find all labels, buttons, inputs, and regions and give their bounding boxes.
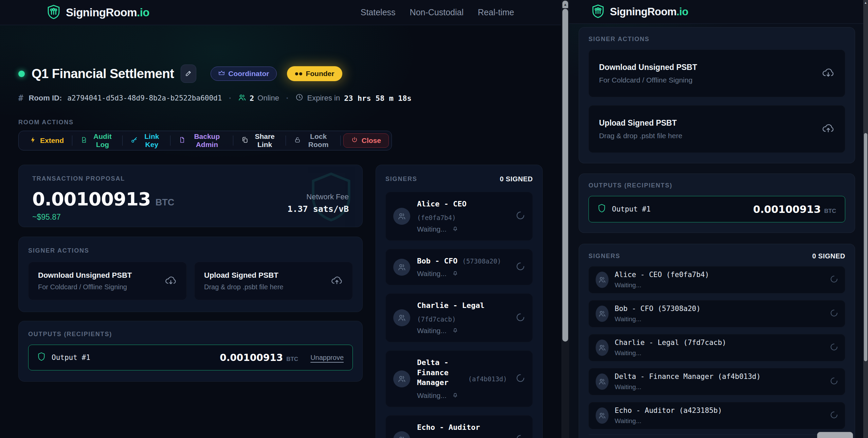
- output-amount: 0.00100913: [220, 352, 283, 363]
- link-key-button[interactable]: Link Key: [123, 131, 170, 150]
- avatar: [393, 370, 410, 387]
- spinner-icon: [830, 275, 838, 285]
- spinner-icon: [516, 262, 525, 272]
- bell-icon[interactable]: [452, 391, 458, 400]
- online-indicator: 2 Online: [238, 93, 279, 103]
- brand-logo[interactable]: SigningRoom.io: [592, 4, 688, 20]
- upload-psbt-title: Upload Signed PSBT: [599, 118, 682, 128]
- founder-badge: Founder: [287, 66, 342, 81]
- padlock-icon: [294, 136, 301, 145]
- live-status-dot: [18, 71, 25, 77]
- avatar: [596, 373, 609, 390]
- avatar: [596, 407, 609, 424]
- signer-row-delta: Delta - Finance Manager Waiting...: [385, 350, 533, 407]
- btc-amount: 0.00100913: [32, 188, 151, 210]
- spinner-icon: [830, 309, 838, 318]
- edit-title-button[interactable]: [181, 65, 196, 83]
- audit-log-button[interactable]: Audit Log: [72, 131, 122, 150]
- room-id-value: a2794041-d5d3-48d9-8b2a-b2522ba600d1: [67, 94, 222, 102]
- left-window-scrollbar[interactable]: ▲: [561, 0, 569, 438]
- nav-link-non-custodial[interactable]: Non-Custodial: [410, 7, 464, 17]
- outputs-label: OUTPUTS (RECIPIENTS): [589, 182, 845, 189]
- file-icon: [179, 136, 185, 145]
- online-label: Online: [257, 94, 279, 103]
- download-psbt-tile[interactable]: Download Unsigned PSBT For Coldcard / Of…: [28, 262, 187, 300]
- right-window-scrollbar[interactable]: ▲: [863, 0, 868, 438]
- spinner-icon: [830, 343, 838, 352]
- bell-icon[interactable]: [452, 269, 458, 278]
- scroll-up-arrow[interactable]: ▲: [864, 1, 867, 5]
- shield-logo-icon: [592, 4, 604, 20]
- cloud-download-icon: [822, 67, 835, 80]
- signers-card: SIGNERS 0 SIGNED: [376, 165, 543, 438]
- signer-status-text: Waiting...: [417, 270, 447, 278]
- download-psbt-subtitle: For Coldcard / Offline Signing: [599, 76, 697, 84]
- signer-row-charlie: Charlie - Legal (7fd7cacb) Waiting...: [385, 293, 533, 342]
- network-fee-block: Network Fee 1.37 sats/vB: [287, 193, 349, 214]
- avatar: [393, 431, 410, 438]
- users-icon: [238, 93, 246, 103]
- signer-name: Alice - CEO (fe0fa7b4): [615, 271, 824, 279]
- signer-status-text: Waiting...: [417, 327, 447, 335]
- brand-suffix: .io: [137, 6, 149, 19]
- output-unit: BTC: [286, 356, 298, 363]
- dot-separator: ·: [285, 93, 290, 103]
- brand-name: SigningRoom.io: [610, 6, 688, 18]
- expires-countdown: 23 hrs 58 m 18s: [344, 94, 412, 103]
- dot-separator: ·: [227, 93, 233, 103]
- close-room-button[interactable]: Close: [343, 133, 389, 148]
- brand-suffix: .io: [676, 6, 688, 18]
- room-title-row: Q1 Financial Settlement Coordinator: [18, 65, 543, 83]
- partial-overlay-button[interactable]: [817, 432, 853, 438]
- unapprove-link[interactable]: Unapprove: [310, 354, 344, 362]
- shield-logo-icon: [47, 4, 60, 21]
- signer-hash: (57308a20): [462, 257, 501, 265]
- bell-icon[interactable]: [452, 225, 458, 234]
- brand-logo[interactable]: SigningRoom.io: [47, 4, 149, 21]
- download-psbt-tile[interactable]: Download Unsigned PSBT For Coldcard / Of…: [589, 50, 845, 97]
- shield-check-icon: [37, 352, 46, 363]
- room-id-label: Room ID:: [29, 94, 62, 103]
- upload-psbt-title: Upload Signed PSBT: [204, 271, 283, 280]
- nav-link-real-time[interactable]: Real-time: [478, 7, 514, 17]
- online-count: 2: [250, 94, 254, 103]
- room-actions-label: ROOM ACTIONS: [18, 119, 543, 126]
- shield-check-icon: [598, 204, 606, 215]
- backup-admin-button[interactable]: Backup Admin: [170, 131, 233, 150]
- signer-name: Bob - CFO: [417, 256, 457, 266]
- top-nav: Stateless Non-Custodial Real-time: [361, 7, 514, 17]
- spinner-icon: [516, 373, 525, 384]
- scrollbar-thumb[interactable]: [562, 9, 568, 342]
- share-link-button[interactable]: Share Link: [233, 131, 286, 150]
- scrollbar-thumb[interactable]: [864, 133, 867, 361]
- avatar: [596, 306, 609, 322]
- room-actions-toolbar: Extend Audit Log Link Key: [18, 131, 392, 150]
- upload-psbt-tile[interactable]: Upload Signed PSBT Drag & drop .psbt fil…: [194, 262, 353, 300]
- signer-name: Delta - Finance Manager: [417, 358, 462, 388]
- signer-name: Echo - Auditor: [417, 422, 480, 433]
- nav-link-stateless[interactable]: Stateless: [361, 7, 396, 17]
- bolt-icon: [30, 136, 36, 145]
- signer-hash: (af4b013d): [468, 375, 507, 383]
- key-icon: [131, 136, 138, 145]
- app-header: SigningRoom.io Stateless Non-Custodial R…: [0, 0, 561, 25]
- signer-name: Delta - Finance Manager (af4b013d): [615, 372, 824, 381]
- network-fee-value: 1.37 sats/vB: [287, 204, 349, 214]
- upload-psbt-tile[interactable]: Upload Signed PSBT Drag & drop .psbt fil…: [589, 105, 845, 153]
- output-unit: BTC: [824, 208, 836, 215]
- signer-row-echo: Echo - Auditor (a423185b) Waiting...: [589, 402, 845, 429]
- signers-card: SIGNERS 0 SIGNED Alice - CEO (fe0fa7b4) …: [579, 244, 855, 438]
- spinner-icon: [516, 211, 525, 221]
- signer-name: Charlie - Legal (7fd7cacb): [615, 339, 824, 347]
- extend-button[interactable]: Extend: [21, 131, 72, 150]
- output-row-1[interactable]: Output #1 0.00100913 BTC: [589, 196, 845, 222]
- founder-dots-icon: [295, 72, 302, 75]
- output-row-1[interactable]: Output #1 0.00100913 BTC Unapprove: [28, 345, 353, 370]
- bell-icon[interactable]: [452, 326, 458, 335]
- signers-label: SIGNERS: [589, 253, 620, 260]
- lock-room-button[interactable]: Lock Room: [286, 131, 340, 150]
- scroll-up-arrow[interactable]: ▲: [562, 1, 568, 8]
- signer-hash: (fe0fa7b4): [417, 214, 456, 221]
- signer-status-text: Waiting...: [417, 225, 447, 233]
- hash-icon: #: [18, 93, 23, 103]
